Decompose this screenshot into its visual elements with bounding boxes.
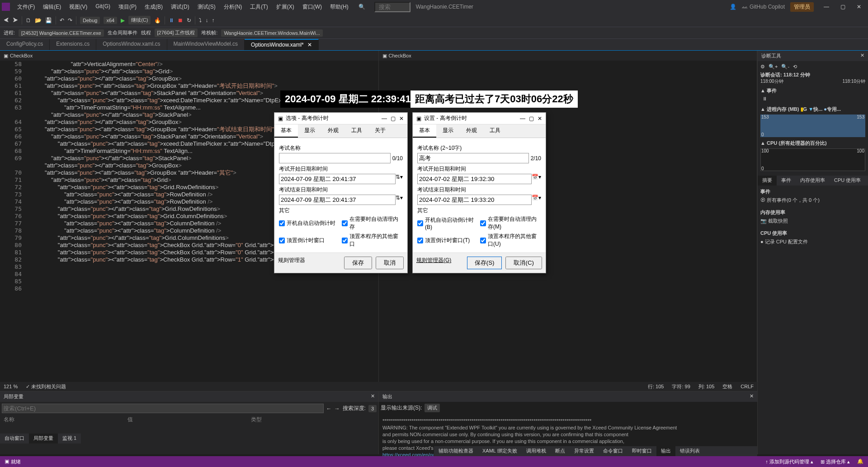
diag-tab-events[interactable]: 事件 [777,176,796,186]
ev-all[interactable]: 所有事件(0 个，共 0 个) [767,197,820,203]
dlg-min-icon[interactable]: — [382,115,387,122]
panel-close-icon[interactable]: ✕ [860,52,864,59]
dlg-min-icon[interactable]: — [520,115,525,122]
dlg1-tab-display[interactable]: 显示 [298,124,321,138]
output-source-dropdown[interactable]: 调试 [425,404,440,412]
menu-debug[interactable]: 调试(D) [167,1,193,13]
col-name[interactable]: 名称 [4,416,127,424]
start-datetime[interactable] [279,174,396,184]
search-next-icon[interactable]: → [335,405,340,412]
nav-fwd-icon[interactable]: ⮞ [13,17,18,24]
start-icon[interactable]: ▶ [121,17,125,24]
btab-cmd[interactable]: 命令窗口 [599,446,627,456]
indent-mode[interactable]: 空格 [722,383,732,390]
dlg-max-icon[interactable]: ▢ [529,115,534,122]
search-input[interactable] [374,2,410,12]
rules-link[interactable]: 规则管理器 [278,257,305,269]
panel-close-icon[interactable]: ✕ [371,393,375,400]
continue-button[interactable]: 继续(C) [128,16,151,24]
chk-topother[interactable] [480,238,486,243]
menu-build[interactable]: 生成(B) [141,1,166,13]
chk-autostart[interactable] [417,220,423,226]
menu-view[interactable]: 视图(V) [66,1,91,13]
zoom-out-icon[interactable]: 🔍- [781,64,789,70]
btab-immediate[interactable]: 即时窗口 [627,446,656,456]
chk-topmost[interactable] [417,238,423,243]
locals-search[interactable] [2,404,324,413]
diag-tab-cpu[interactable]: CPU 使用率 [830,176,865,186]
exam-name-input[interactable] [279,153,391,163]
issues-status[interactable]: ✓ 未找到相关问题 [26,383,66,390]
mu-snap[interactable]: 截取快照 [768,218,788,224]
menu-test[interactable]: 测试(S) [194,1,219,13]
dlg2-tab-display[interactable]: 显示 [436,124,460,138]
dlg1-tab-basic[interactable]: 基本 [274,124,298,138]
end-datetime[interactable] [417,195,532,205]
pause-icon[interactable]: ⏸ [169,17,174,24]
user-avatar-icon[interactable]: 👤 [730,4,736,10]
menu-extensions[interactable]: 扩展(X) [273,1,298,13]
tab-auto[interactable]: 自动窗口 [0,434,29,443]
nav-back-icon[interactable]: ⮜ [4,17,9,24]
panel-close-icon[interactable]: ✕ [750,393,754,400]
hot-reload-icon[interactable]: 🔥 [154,17,161,24]
search-icon[interactable]: 🔍 [359,4,365,10]
btab-exceptions[interactable]: 异常设置 [570,446,599,456]
tab-extensions[interactable]: Extensions.cs [50,39,96,50]
thread-dropdown[interactable]: [27604] 工作线程 [155,29,198,37]
maximize-button[interactable]: ▢ [835,1,850,12]
depth-dropdown[interactable]: 3 [368,405,377,412]
dlg2-tab-appearance[interactable]: 外观 [460,124,483,138]
cancel-button[interactable]: 取消(C) [505,257,542,269]
stop-icon[interactable]: ⏹ [178,17,183,24]
dropdown-icon[interactable]: ▾ [538,174,541,184]
menu-tools[interactable]: 工具(T) [246,1,271,13]
tab-mainwindowviewmodel[interactable]: MainWindowViewModel.cs [167,39,245,50]
chk-autostart[interactable] [279,220,285,226]
tab-optionswindow-cs[interactable]: OptionsWindow.xaml.cs [96,39,167,50]
dlg1-tab-tools[interactable]: 工具 [345,124,368,138]
copilot-link[interactable]: ᨐ GitHub Copilot [742,4,785,10]
cancel-button[interactable]: 取消 [376,257,404,269]
select-repo[interactable]: ⊞ 选择仓库 ▴ [821,458,850,465]
process-dropdown[interactable]: [24532] WangHaonie.CEETimer.exe [19,29,104,37]
menu-edit[interactable]: 编辑(E) [39,1,65,13]
memory-chart[interactable] [760,114,865,137]
col-value[interactable]: 值 [127,416,251,424]
zoom-reset-icon[interactable]: ⟲ [793,64,797,70]
dropdown-icon[interactable]: ▾ [400,195,403,205]
btab-output[interactable]: 输出 [656,446,675,456]
undo-icon[interactable]: ↶ [60,17,64,24]
btab-xaml[interactable]: XAML 绑定失败 [478,446,522,456]
redo-icon[interactable]: ↷ [68,17,72,24]
new-icon[interactable]: 🗋 [26,17,31,24]
menu-help[interactable]: 帮助(H) [326,1,352,13]
dlg1-tab-about[interactable]: 关于 [368,124,392,138]
save-button[interactable]: 保存(S) [467,257,502,269]
col-type[interactable]: 类型 [251,416,375,424]
platform-dropdown[interactable]: x64 [104,17,117,24]
rules-link[interactable]: 规则管理器(G) [416,257,451,269]
tab-locals[interactable]: 局部变量 [29,434,58,443]
btab-a11y[interactable]: 辅助功能检查器 [434,446,478,456]
spinner-icon[interactable]: ⇅ [396,195,400,205]
btab-breakpoints[interactable]: 断点 [551,446,570,456]
dlg1-tab-appearance[interactable]: 外观 [321,124,345,138]
start-datetime[interactable] [417,174,532,184]
exam-name-input[interactable] [417,153,529,163]
diag-tab-memory[interactable]: 内存使用率 [796,176,830,186]
chk-cleanmem[interactable] [480,220,486,226]
search-prev-icon[interactable]: ← [326,405,332,412]
cu-rec[interactable]: 记录 CPU 配置文件 [765,239,808,244]
spinner-icon[interactable]: ⇅ [396,174,400,184]
diag-settings-icon[interactable]: ⚙ [760,64,765,70]
chk-cleanmem[interactable] [342,220,348,226]
btab-callstack[interactable]: 调用堆栈 [522,446,551,456]
tab-optionswindow-xaml[interactable]: OptionsWindow.xaml*✕ [245,39,319,50]
menu-analyze[interactable]: 分析(N) [220,1,246,13]
step-over-icon[interactable]: ⤵ [199,17,202,24]
end-datetime[interactable] [279,195,396,205]
menu-file[interactable]: 文件(F) [14,1,38,13]
collapse-icon[interactable]: ▣ [382,53,387,59]
close-button[interactable]: ✕ [852,1,866,12]
